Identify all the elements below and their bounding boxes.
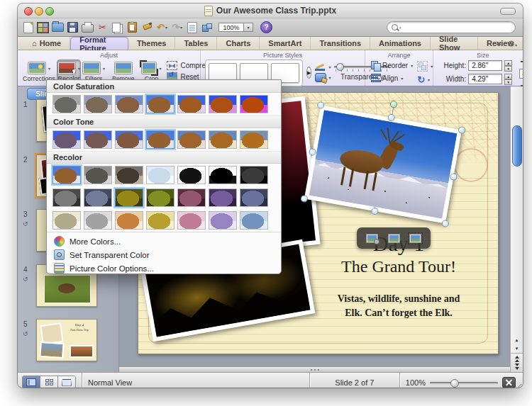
slide-sorter-button[interactable] [40,376,58,388]
color-tone-swatch[interactable] [52,130,81,149]
copy-button[interactable] [111,21,123,34]
recolor-swatch[interactable] [115,211,143,230]
undo-button[interactable]: ↶▾ [156,21,168,34]
recolor-swatch[interactable] [115,188,143,207]
color-tone-swatch[interactable] [115,130,143,149]
scroll-down-button[interactable]: ▼ [511,344,523,353]
recolor-swatch[interactable] [240,166,268,184]
recolor-swatch[interactable] [146,211,174,230]
recolor-swatch[interactable] [209,166,237,184]
open-button[interactable] [52,21,64,34]
resize-handle-left[interactable] [309,148,317,157]
resize-handle-tl[interactable] [316,101,325,110]
new-document-button[interactable] [22,21,34,34]
lock-aspect-checkbox[interactable]: ✓ [519,69,523,79]
slide-thumbnail-5[interactable]: Day 4Park Horse Trip [36,319,97,361]
ribbon-settings-button[interactable]: ⚙▾ [507,37,517,50]
styles-expand-button[interactable]: ▶ [306,67,311,79]
slide-show-button[interactable] [58,376,75,388]
color-tone-swatch[interactable] [209,130,237,149]
recolor-swatch[interactable] [84,166,112,184]
vertical-scrollbar[interactable]: ▲ ▼ [510,86,523,372]
redo-button[interactable]: ↷▾ [171,21,183,34]
save-button[interactable] [67,21,79,34]
cut-button[interactable]: ✂ [96,21,109,34]
show-formatting-button[interactable] [186,21,198,34]
color-tone-swatch[interactable] [84,130,112,149]
resize-handle-top[interactable] [387,113,396,122]
scroll-up-button[interactable]: ▲ [511,336,523,344]
color-tone-swatch[interactable] [146,130,174,149]
color-tone-swatch[interactable] [240,130,268,149]
tab-animations[interactable]: Animations [370,37,431,50]
picture-style-button[interactable] [388,234,400,243]
help-button[interactable]: ? [260,21,272,33]
color-saturation-swatch[interactable] [177,95,206,113]
recolor-swatch[interactable] [52,188,81,207]
color-saturation-swatch[interactable] [84,95,112,113]
tab-tables[interactable]: Tables [175,37,217,50]
recolor-swatch[interactable] [146,188,174,207]
format-picture-button[interactable] [366,234,378,243]
recolor-swatch[interactable] [84,188,112,207]
width-stepper[interactable]: ▲▼ [504,74,512,84]
set-transparent-color-item[interactable]: Set Transparent Color [47,248,281,261]
media-browser-button[interactable] [201,21,213,34]
zoom-value[interactable]: 100% [218,23,244,32]
recolor-swatch[interactable] [84,211,112,230]
color-saturation-swatch[interactable] [52,95,81,113]
picture-border-button[interactable]: ▾ [315,64,331,71]
more-colors-item[interactable]: More Colors... [47,235,281,248]
undo-menu-arrow[interactable]: ▾ [165,25,167,30]
height-stepper[interactable]: ▲▼ [504,60,512,71]
tab-slide-show[interactable]: Slide Show [431,37,478,50]
format-painter-button[interactable] [141,21,153,34]
fit-slide-button[interactable] [502,377,516,388]
tab-transitions[interactable]: Transitions [311,37,370,50]
toolbar-toggle-button[interactable] [500,8,516,15]
reorder-button[interactable]: Reorder▾ [371,61,413,70]
presentation-gallery-button[interactable] [37,21,49,34]
color-saturation-swatch[interactable] [240,95,268,113]
zoom-slider-thumb[interactable] [450,379,459,388]
rotate-button[interactable]: ↻▾ [417,75,433,84]
align-button[interactable]: Align▾ [371,74,413,82]
tab-charts[interactable]: Charts [217,37,260,50]
paste-button[interactable] [126,21,138,34]
recolor-swatch[interactable] [52,166,81,184]
tab-themes[interactable]: Themes [128,37,176,50]
scrollbar-thumb[interactable] [512,125,522,167]
collapse-ribbon-button[interactable] [496,42,501,45]
search-input[interactable]: ▾ [387,21,516,33]
tab-home[interactable]: ⌂Home [23,37,70,50]
redo-menu-arrow[interactable]: ▾ [180,25,182,30]
zoom-slider[interactable] [430,378,498,388]
print-button[interactable] [82,21,94,34]
picture-color-options-item[interactable]: Picture Color Options... [47,261,281,274]
color-tone-swatch[interactable] [177,130,206,149]
normal-view-button[interactable] [23,376,40,388]
recolor-swatch[interactable] [209,211,237,230]
picture-effects-button[interactable]: ▾ [315,73,331,82]
color-saturation-swatch[interactable] [209,95,237,113]
recolor-swatch[interactable] [177,211,206,230]
color-saturation-swatch[interactable] [146,95,174,113]
recolor-swatch[interactable] [209,188,237,207]
next-slide-button[interactable] [515,363,519,370]
color-saturation-swatch[interactable] [115,95,143,113]
notes-splitter[interactable] [119,366,510,372]
search-scope-arrow[interactable]: ▾ [399,26,401,30]
recolor-swatch[interactable] [52,211,81,230]
recolor-swatch[interactable] [177,166,206,184]
recolor-swatch[interactable] [115,166,143,184]
recolor-swatch[interactable] [146,166,174,184]
tab-format-picture[interactable]: Format Picture [70,37,128,50]
zoom-control[interactable]: 100% ▾ [218,23,253,32]
tab-smartart[interactable]: SmartArt [260,37,311,50]
previous-slide-button[interactable] [515,356,519,362]
recolor-swatch[interactable] [240,188,268,207]
picture-frame-button[interactable] [409,234,421,243]
width-field[interactable]: 4.29" [468,74,502,84]
group-button[interactable]: ▾ [417,61,433,72]
zoom-dropdown-arrow[interactable]: ▾ [244,23,253,32]
